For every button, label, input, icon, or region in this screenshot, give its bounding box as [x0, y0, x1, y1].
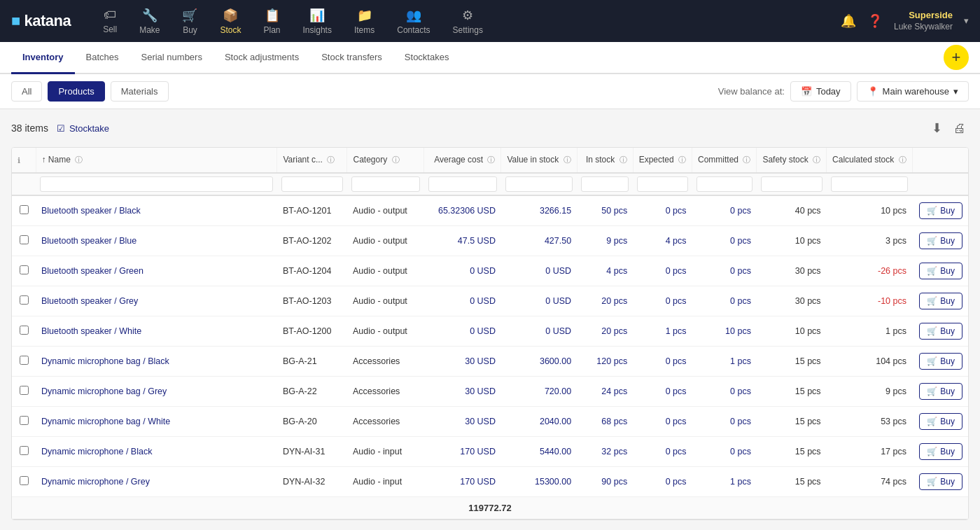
filter-instock-input[interactable] [581, 176, 629, 192]
row-buy-button-4[interactable]: 🛒 Buy [919, 323, 962, 340]
row-instock-link-1[interactable]: 9 pcs [606, 236, 627, 246]
filter-calculated-input[interactable] [831, 176, 908, 192]
row-buy-button-6[interactable]: 🛒 Buy [919, 383, 962, 400]
add-button[interactable]: + [944, 45, 969, 70]
row-checkbox-7[interactable] [20, 416, 29, 425]
row-expected-link-5[interactable]: 0 pcs [666, 356, 687, 366]
row-checkbox-9[interactable] [20, 476, 29, 485]
row-buy-button-1[interactable]: 🛒 Buy [919, 232, 962, 249]
nav-insights[interactable]: 📊 Insights [293, 4, 342, 39]
row-instock-link-4[interactable]: 20 pcs [601, 326, 627, 336]
filter-expected-input[interactable] [637, 176, 687, 192]
help-icon[interactable]: ❓ [867, 13, 883, 29]
row-expected-link-8[interactable]: 0 pcs [666, 447, 687, 456]
tab-stock-adjustments[interactable]: Stock adjustments [214, 42, 310, 74]
row-instock-link-0[interactable]: 50 pcs [601, 206, 627, 216]
filter-category-input[interactable] [351, 176, 420, 192]
row-committed-link-1[interactable]: 0 pcs [730, 236, 751, 246]
row-avgcost-link-6[interactable]: 30 USD [465, 386, 496, 396]
row-committed-link-3[interactable]: 0 pcs [730, 296, 751, 306]
row-checkbox-1[interactable] [20, 235, 29, 244]
row-name-link-6[interactable]: Dynamic microphone bag / Grey [41, 386, 167, 396]
row-name-link-7[interactable]: Dynamic microphone bag / White [41, 417, 170, 426]
row-buy-button-9[interactable]: 🛒 Buy [919, 473, 962, 490]
row-instock-link-2[interactable]: 4 pcs [606, 266, 627, 276]
header-variant[interactable]: Variant c... ⓘ [277, 148, 347, 173]
row-instock-link-6[interactable]: 24 pcs [601, 386, 627, 396]
nav-contacts[interactable]: 👥 Contacts [387, 4, 440, 39]
row-valueinstock-link-1[interactable]: 427.50 [545, 236, 571, 246]
row-expected-link-2[interactable]: 0 pcs [666, 266, 687, 276]
row-buy-button-7[interactable]: 🛒 Buy [919, 413, 962, 430]
row-instock-link-5[interactable]: 120 pcs [596, 356, 627, 366]
row-avgcost-link-2[interactable]: 0 USD [470, 266, 496, 276]
tab-stocktakes[interactable]: Stocktakes [393, 42, 461, 74]
row-valueinstock-link-3[interactable]: 0 USD [545, 296, 571, 306]
user-info[interactable]: Superside Luke Skywalker [894, 10, 953, 32]
row-valueinstock-link-7[interactable]: 2040.00 [540, 417, 571, 426]
row-valueinstock-link-4[interactable]: 0 USD [545, 326, 571, 336]
row-committed-link-0[interactable]: 0 pcs [730, 206, 751, 216]
today-button[interactable]: 📅 Today [790, 81, 851, 102]
row-committed-link-4[interactable]: 10 pcs [725, 326, 751, 336]
header-value-in-stock[interactable]: Value in stock ⓘ [501, 148, 577, 173]
row-name-link-0[interactable]: Bluetooth speaker / Black [41, 206, 141, 216]
nav-settings[interactable]: ⚙ Settings [443, 4, 493, 39]
nav-items[interactable]: 📁 Items [344, 4, 384, 39]
row-checkbox-0[interactable] [20, 205, 29, 214]
tab-stock-transfers[interactable]: Stock transfers [310, 42, 393, 74]
row-committed-link-8[interactable]: 0 pcs [730, 447, 751, 456]
row-avgcost-link-7[interactable]: 30 USD [465, 417, 496, 426]
row-valueinstock-link-2[interactable]: 0 USD [545, 266, 571, 276]
row-name-link-8[interactable]: Dynamic microphone / Black [41, 447, 152, 456]
row-avgcost-link-5[interactable]: 30 USD [465, 356, 496, 366]
row-expected-link-1[interactable]: 4 pcs [666, 236, 687, 246]
header-safety-stock[interactable]: Safety stock ⓘ [757, 148, 827, 173]
download-button[interactable]: ⬇ [929, 118, 945, 139]
filter-variant-input[interactable] [281, 176, 343, 192]
filter-all-button[interactable]: All [11, 81, 42, 102]
row-expected-link-4[interactable]: 1 pcs [666, 326, 687, 336]
row-name-link-9[interactable]: Dynamic microphone / Grey [41, 477, 150, 487]
row-avgcost-link-3[interactable]: 0 USD [470, 296, 496, 306]
row-checkbox-5[interactable] [20, 356, 29, 365]
row-avgcost-link-1[interactable]: 47.5 USD [458, 236, 496, 246]
header-committed[interactable]: Committed ⓘ [692, 148, 757, 173]
tab-batches[interactable]: Batches [75, 42, 130, 74]
row-checkbox-6[interactable] [20, 386, 29, 395]
app-logo[interactable]: ■ katana [11, 12, 71, 30]
row-name-link-4[interactable]: Bluetooth speaker / White [41, 326, 141, 336]
row-name-link-5[interactable]: Dynamic microphone bag / Black [41, 356, 169, 366]
row-committed-link-9[interactable]: 1 pcs [730, 477, 751, 487]
filter-avgcost-input[interactable] [428, 176, 497, 192]
row-avgcost-link-4[interactable]: 0 USD [470, 326, 496, 336]
row-instock-link-9[interactable]: 90 pcs [601, 477, 627, 487]
stocktake-button[interactable]: ☑ Stocktake [57, 123, 109, 134]
filter-name-input[interactable] [40, 176, 273, 192]
row-valueinstock-link-0[interactable]: 3266.15 [540, 206, 571, 216]
row-checkbox-2[interactable] [20, 265, 29, 274]
row-instock-link-7[interactable]: 68 pcs [601, 417, 627, 426]
nav-stock[interactable]: 📦 Stock [210, 4, 251, 39]
row-name-link-1[interactable]: Bluetooth speaker / Blue [41, 236, 136, 246]
row-valueinstock-link-5[interactable]: 3600.00 [540, 356, 571, 366]
tab-inventory[interactable]: Inventory [11, 42, 75, 74]
row-avgcost-link-9[interactable]: 170 USD [460, 477, 496, 487]
row-avgcost-link-0[interactable]: 65.32306 USD [438, 206, 496, 216]
filter-committed-input[interactable] [696, 176, 752, 192]
row-committed-link-7[interactable]: 0 pcs [730, 417, 751, 426]
nav-plan[interactable]: 📋 Plan [254, 4, 290, 39]
filter-products-button[interactable]: Products [48, 81, 104, 102]
row-checkbox-4[interactable] [20, 326, 29, 335]
header-name[interactable]: ↑ Name ⓘ [36, 148, 277, 173]
filter-valueinstock-input[interactable] [505, 176, 573, 192]
row-buy-button-3[interactable]: 🛒 Buy [919, 293, 962, 309]
row-buy-button-5[interactable]: 🛒 Buy [919, 353, 962, 370]
row-buy-button-0[interactable]: 🛒 Buy [919, 202, 962, 219]
header-in-stock[interactable]: In stock ⓘ [577, 148, 633, 173]
row-expected-link-0[interactable]: 0 pcs [666, 206, 687, 216]
tab-serial-numbers[interactable]: Serial numbers [130, 42, 214, 74]
nav-sell[interactable]: 🏷 Sell [93, 4, 127, 39]
row-valueinstock-link-8[interactable]: 5440.00 [540, 447, 571, 456]
row-name-link-2[interactable]: Bluetooth speaker / Green [41, 266, 144, 276]
